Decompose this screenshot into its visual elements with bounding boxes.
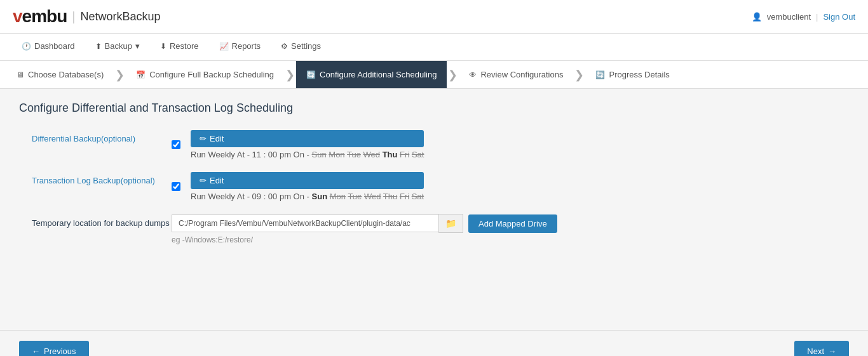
main-content: Configure Differential and Transaction L… (0, 89, 868, 330)
logo-product: NetworkBackup (80, 10, 160, 23)
nav-bar: 🕐 Dashboard ⬆ Backup ▾ ⬇ Restore 📈 Repor… (0, 34, 868, 61)
step-arrow-2: ❯ (285, 68, 295, 82)
header: vembu | NetworkBackup 👤 vembuclient | Si… (0, 0, 868, 34)
backup-dropdown-icon: ▾ (135, 41, 140, 51)
diff-day-thu: Thu (383, 150, 398, 159)
step-full-backup[interactable]: 📅 Configure Full Backup Scheduling (126, 61, 284, 88)
progress-icon: 🔄 (595, 70, 605, 79)
form-section: Differential Backup(optional) ✏ Edit Run… (32, 130, 849, 244)
logo-brand: vembu (13, 6, 67, 27)
nav-dashboard[interactable]: 🕐 Dashboard (13, 34, 84, 60)
step-arrow-4: ❯ (574, 68, 584, 82)
folder-icon: 📁 (445, 218, 456, 228)
transaction-controls: ✏ Edit Run Weekly At - 09 : 00 pm On - S… (172, 172, 424, 201)
step-progress[interactable]: 🔄 Progress Details (585, 61, 679, 88)
trans-day-thu: Thu (383, 192, 397, 201)
temp-location-controls: 📁 Add Mapped Drive eg -Windows:E:/restor… (172, 214, 557, 244)
previous-button[interactable]: ← Previous (19, 341, 89, 356)
temp-location-row: Temporary location for backup dumps 📁 Ad… (32, 214, 849, 244)
temp-location-input[interactable] (172, 214, 438, 232)
next-button[interactable]: Next → (794, 341, 849, 356)
differential-label: Differential Backup(optional) (32, 130, 172, 143)
differential-checkbox-wrapper (172, 140, 180, 149)
transaction-edit-button[interactable]: ✏ Edit (191, 172, 424, 189)
arrow-left-icon: ← (32, 346, 40, 356)
trans-day-wed: Wed (364, 192, 381, 201)
edit-pencil-icon-2: ✏ (200, 176, 207, 185)
step-choose-db[interactable]: 🖥 Choose Database(s) (6, 61, 114, 88)
step-arrow-3: ❯ (448, 68, 458, 82)
diff-day-sat: Sat (412, 150, 424, 159)
backup-icon: ⬆ (95, 42, 102, 51)
differential-controls: ✏ Edit Run Weekly At - 11 : 00 pm On - S… (172, 130, 424, 159)
signout-link[interactable]: Sign Out (823, 12, 855, 22)
temp-location-label: Temporary location for backup dumps (32, 214, 172, 229)
trans-day-sat: Sat (412, 192, 424, 201)
eye-icon: 👁 (469, 70, 477, 79)
differential-schedule-text: Run Weekly At - 11 : 00 pm On - Sun Mon … (191, 150, 424, 159)
transaction-checkbox-wrapper (172, 182, 180, 191)
trans-day-sun: Sun (312, 192, 328, 201)
differential-edit-block: ✏ Edit Run Weekly At - 11 : 00 pm On - S… (191, 130, 424, 159)
calendar-icon: 📅 (136, 70, 146, 79)
temp-input-wrap: 📁 Add Mapped Drive (172, 214, 557, 233)
dashboard-icon: 🕐 (22, 42, 31, 51)
footer: ← Previous Next → (0, 330, 868, 356)
transaction-schedule-text: Run Weekly At - 09 : 00 pm On - Sun Mon … (191, 192, 424, 201)
trans-day-fri: Fri (400, 192, 409, 201)
step-review[interactable]: 👁 Review Configurations (459, 61, 573, 88)
transaction-checkbox[interactable] (172, 182, 180, 191)
diff-day-sun: Sun (312, 150, 327, 159)
differential-checkbox[interactable] (172, 140, 180, 149)
refresh-icon: 🔄 (306, 70, 316, 79)
settings-icon: ⚙ (281, 42, 288, 51)
monitor-icon: 🖥 (17, 70, 24, 79)
transaction-edit-block: ✏ Edit Run Weekly At - 09 : 00 pm On - S… (191, 172, 424, 201)
browse-button[interactable]: 📁 (438, 214, 463, 233)
reports-icon: 📈 (219, 42, 229, 51)
trans-day-tue: Tue (348, 192, 362, 201)
diff-day-mon: Mon (329, 150, 344, 159)
trans-day-mon: Mon (330, 192, 346, 201)
step-additional-scheduling[interactable]: 🔄 Configure Additional Scheduling (296, 61, 447, 88)
username: vembuclient (767, 12, 811, 22)
diff-day-tue: Tue (347, 150, 361, 159)
user-area: 👤 vembuclient | Sign Out (752, 12, 855, 22)
differential-backup-row: Differential Backup(optional) ✏ Edit Run… (32, 130, 849, 159)
wizard-steps: 🖥 Choose Database(s) ❯ 📅 Configure Full … (0, 61, 868, 89)
eg-text: eg -Windows:E:/restore/ (172, 235, 557, 244)
add-mapped-drive-button[interactable]: Add Mapped Drive (468, 214, 557, 233)
transaction-label: Transaction Log Backup(optional) (32, 172, 172, 185)
nav-restore[interactable]: ⬇ Restore (151, 34, 208, 60)
logo: vembu | NetworkBackup (13, 6, 161, 27)
edit-pencil-icon: ✏ (200, 134, 207, 143)
user-icon: 👤 (752, 12, 762, 22)
nav-settings[interactable]: ⚙ Settings (272, 34, 330, 60)
diff-day-wed: Wed (363, 150, 381, 159)
nav-reports[interactable]: 📈 Reports (210, 34, 270, 60)
transaction-log-row: Transaction Log Backup(optional) ✏ Edit … (32, 172, 849, 201)
differential-edit-button[interactable]: ✏ Edit (191, 130, 424, 147)
step-arrow-1: ❯ (115, 68, 125, 82)
page-title: Configure Differential and Transaction L… (19, 102, 849, 115)
arrow-right-icon: → (828, 346, 836, 356)
nav-backup[interactable]: ⬆ Backup ▾ (86, 34, 149, 60)
restore-icon: ⬇ (160, 42, 166, 51)
diff-day-fri: Fri (400, 150, 409, 159)
